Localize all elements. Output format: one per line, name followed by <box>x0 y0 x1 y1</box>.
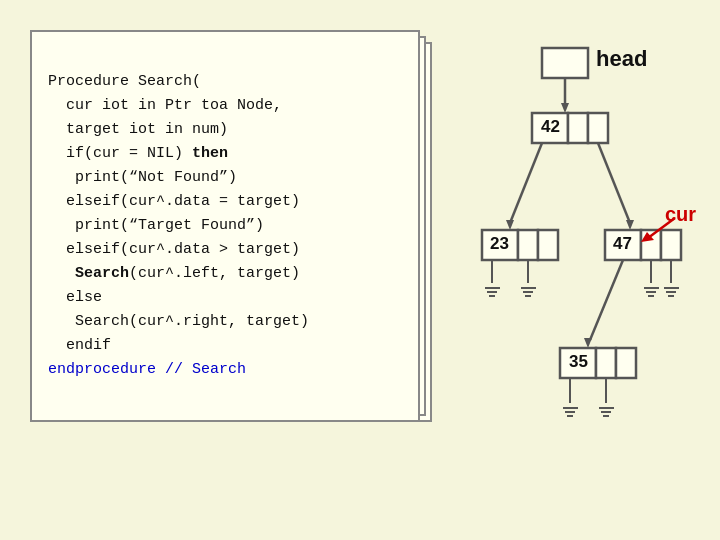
svg-rect-12 <box>538 230 558 260</box>
svg-marker-46 <box>641 232 654 242</box>
code-line-7: print(“Target Found”) <box>48 217 264 234</box>
node-23-value: 23 <box>490 234 509 254</box>
cur-label: cur <box>665 203 696 226</box>
code-line-10: else <box>48 289 102 306</box>
code-stack: Procedure Search( cur iot in Ptr toa Nod… <box>30 30 430 450</box>
code-line-11: Search(cur^.right, target) <box>48 313 309 330</box>
code-line-9: Search(cur^.left, target) <box>48 265 300 282</box>
svg-marker-2 <box>561 103 569 113</box>
code-line-6: elseif(cur^.data = target) <box>48 193 300 210</box>
svg-marker-17 <box>584 338 592 348</box>
svg-rect-0 <box>542 48 588 78</box>
head-label: head <box>596 46 678 72</box>
svg-rect-15 <box>661 230 681 260</box>
tree-svg <box>460 18 700 518</box>
code-content: Procedure Search( cur iot in Ptr toa Nod… <box>48 46 402 406</box>
svg-rect-5 <box>588 113 608 143</box>
code-line-1: Procedure Search( <box>48 73 201 90</box>
svg-marker-9 <box>626 220 634 230</box>
svg-rect-4 <box>568 113 588 143</box>
svg-marker-7 <box>506 220 514 230</box>
svg-rect-11 <box>518 230 538 260</box>
code-line-5: print(“Not Found”) <box>48 169 237 186</box>
code-card-front: Procedure Search( cur iot in Ptr toa Nod… <box>30 30 420 422</box>
svg-line-8 <box>598 143 630 223</box>
node-42-value: 42 <box>541 117 560 137</box>
code-line-3: target iot in num) <box>48 121 228 138</box>
code-line-12: endif <box>48 337 111 354</box>
node-47-value: 47 <box>613 234 632 254</box>
svg-rect-19 <box>596 348 616 378</box>
code-line-8: elseif(cur^.data > target) <box>48 241 300 258</box>
code-line-2: cur iot in Ptr toa Node, <box>48 97 282 114</box>
code-line-4: if(cur = NIL) then <box>48 145 228 162</box>
svg-line-6 <box>510 143 542 223</box>
node-35-value: 35 <box>569 352 588 372</box>
svg-rect-14 <box>641 230 661 260</box>
svg-line-16 <box>590 260 623 340</box>
tree-area: head 42 23 47 35 cur <box>460 18 700 518</box>
code-line-13: endprocedure // Search <box>48 361 246 378</box>
svg-rect-20 <box>616 348 636 378</box>
